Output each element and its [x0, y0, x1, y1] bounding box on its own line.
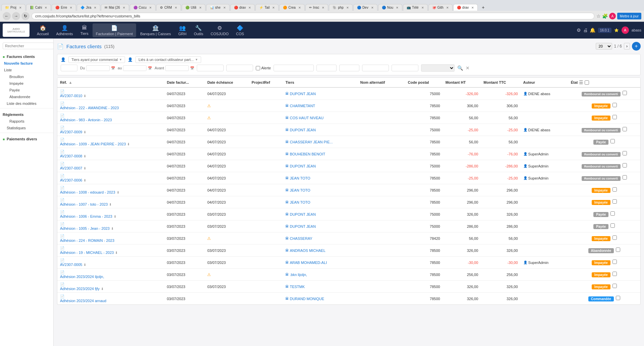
contact-filter-button[interactable]: Liés à un contact utilisateur part... ▼: [135, 56, 201, 63]
tab-util[interactable]: 🟢Utili✕: [182, 4, 206, 11]
row-checkbox[interactable]: [610, 223, 615, 228]
calendar-avant-icon[interactable]: 📅: [190, 66, 194, 70]
ref-link[interactable]: Adhésion 2023/2024 fjfy⬇: [60, 287, 162, 291]
tab-active[interactable]: 🔴drav✕: [453, 4, 478, 11]
nav-adherents[interactable]: 👤 Adhérents: [53, 23, 76, 37]
filter-date-du-input[interactable]: [86, 65, 110, 71]
col-header-ttc[interactable]: Montant TTC: [481, 78, 520, 88]
row-checkbox[interactable]: [612, 272, 617, 276]
ref-link[interactable]: AV2307-0008⬇: [60, 154, 162, 158]
tiers-link[interactable]: 🏛 DURAND MONIQUE: [285, 297, 355, 301]
ref-link[interactable]: Adhésion - 222 - AMANDINE - 2023: [60, 106, 162, 110]
tab-cahi[interactable]: 📗Cahi✕: [26, 4, 51, 11]
nav-outils[interactable]: 🔧 Outils: [190, 23, 207, 37]
ref-link[interactable]: Adhésion - 224 - ROMAIN - 2023: [60, 238, 162, 243]
ref-link[interactable]: Adhésion - 1005 - Jean - 2023⬇: [60, 226, 162, 230]
ref-link[interactable]: Adhésion - 1008 - edouard - 2023⬇: [60, 190, 162, 194]
tiers-link[interactable]: 🏛 JEAN TOTO: [285, 200, 355, 204]
address-bar[interactable]: [32, 13, 594, 19]
col-header-echeance[interactable]: Date échéance: [204, 78, 249, 88]
row-checkbox[interactable]: [612, 199, 617, 204]
filter-date-avant-input[interactable]: [165, 65, 189, 71]
commercial-filter-button[interactable]: Tiers ayant pour commercial ▼: [68, 56, 125, 63]
nav-tiers[interactable]: 🏛 Tiers: [77, 23, 92, 37]
tiers-link[interactable]: 🏛 JEAN TOTO: [285, 176, 355, 180]
sidebar-item-rapports[interactable]: Rapports: [0, 118, 53, 125]
tab-gith[interactable]: 🐙Gith✕: [428, 4, 453, 11]
row-checkbox[interactable]: [623, 127, 627, 131]
settings-icon[interactable]: ⚙: [577, 27, 581, 33]
col-header-auteur[interactable]: Auteur: [521, 78, 568, 88]
tab-tele[interactable]: 📺Télé✕: [403, 4, 427, 11]
ref-link[interactable]: AV2307-0010⬇: [60, 94, 162, 98]
row-checkbox[interactable]: [612, 235, 617, 240]
col-header-ht[interactable]: Montant HT: [443, 78, 481, 88]
tab-mai[interactable]: ✉Mai (26✕: [101, 4, 129, 11]
nav-banques[interactable]: 🏦 Banques | Caisses: [137, 23, 174, 37]
tab-jira[interactable]: 🔷Jira✕: [77, 4, 100, 11]
sidebar-item-brouillon[interactable]: Brouillon: [0, 73, 53, 80]
row-checkbox[interactable]: [623, 151, 627, 155]
nav-grh[interactable]: 👥 GRH: [175, 23, 190, 37]
tab-nou[interactable]: 🔵Nou✕: [378, 4, 402, 11]
next-page-button[interactable]: ›: [624, 43, 630, 50]
nav-facturation[interactable]: 📄 Facturation | Paiement: [93, 23, 136, 37]
ref-link[interactable]: Adhésion - 983 - Antonin - 2023: [60, 118, 162, 122]
sidebar-search-input[interactable]: [3, 43, 54, 49]
ref-link[interactable]: AV2307-0007⬇: [60, 166, 162, 170]
tab-drav1[interactable]: 🔴drav✕: [230, 4, 255, 11]
nav-cos[interactable]: 🔷 COS: [233, 23, 247, 37]
filter-input-6[interactable]: [339, 65, 359, 71]
tiers-link[interactable]: 🏛 DUPONT JEAN: [285, 92, 355, 96]
ref-link[interactable]: Adhésion 2023/2024 arnaud: [60, 299, 162, 303]
forward-button[interactable]: →: [12, 12, 20, 20]
print-icon[interactable]: 🖨: [583, 27, 588, 33]
tiers-link[interactable]: 🏛 TESTMK: [285, 285, 355, 289]
sidebar-item-impayee[interactable]: Impayée: [0, 80, 53, 87]
tiers-link[interactable]: 🏛 CHARMETANT: [285, 104, 355, 108]
tiers-link[interactable]: 🏛 COS HAUT NIVEAU: [285, 116, 355, 120]
ref-link[interactable]: Adhésion - 19 - MICHAEL - 2023⬇: [60, 251, 162, 255]
filter-input-4[interactable]: [274, 65, 314, 71]
filter-input-7[interactable]: [362, 65, 389, 71]
tiers-link[interactable]: 🏛 CHASSERAY: [285, 236, 355, 240]
new-tab-button[interactable]: +: [480, 4, 486, 11]
tab-dev[interactable]: 🔵Dev✕: [353, 4, 377, 11]
tiers-link[interactable]: 🏛 DUPONT JEAN: [285, 128, 355, 132]
tab-crea[interactable]: 🟠Crea✕: [279, 4, 305, 11]
logo[interactable]: JUDO SARTROUVILLE: [3, 23, 30, 37]
ref-link[interactable]: Adhésion - 1007 - toto - 2023⬇: [60, 202, 162, 206]
tab-crm[interactable]: ⚙CRM✕: [156, 4, 181, 11]
filter-state-select[interactable]: [421, 64, 455, 72]
ref-link[interactable]: Adhésion - 1006 - Emma - 2023⬇: [60, 214, 162, 218]
tab-insc[interactable]: ✏Insc✕: [305, 4, 328, 11]
tiers-link[interactable]: 🏛 DUPONT JEAN: [285, 212, 355, 216]
row-checkbox[interactable]: [610, 211, 615, 216]
tiers-link[interactable]: 🏛 DUPONT JEAN: [285, 164, 355, 168]
row-checkbox[interactable]: [610, 139, 615, 143]
sidebar-item-liste-modeles[interactable]: Liste des modèles: [0, 100, 53, 107]
row-checkbox[interactable]: [616, 296, 620, 300]
filter-input-8[interactable]: [392, 65, 418, 71]
ref-link[interactable]: AV2307-0005⬇: [60, 263, 162, 267]
row-checkbox[interactable]: [623, 91, 627, 95]
filter-input-5[interactable]: [316, 65, 337, 71]
row-checkbox[interactable]: [612, 260, 617, 264]
add-facture-button[interactable]: +: [632, 42, 641, 51]
calendar-au-icon[interactable]: 📅: [148, 66, 152, 70]
update-button[interactable]: Mettre à jour: [617, 13, 641, 19]
tiers-link[interactable]: 🏛 .bkn lijoljn,: [285, 273, 355, 277]
sidebar-item-payee[interactable]: Payée: [0, 87, 53, 93]
col-header-tiers[interactable]: Tiers: [283, 78, 357, 88]
ref-link[interactable]: Adhésion 2023/2024 lijoljn,: [60, 275, 162, 279]
row-checkbox[interactable]: [612, 284, 617, 288]
bookmark-button[interactable]: ☆: [596, 13, 601, 19]
tiers-link[interactable]: 🏛 JEAN TOTO: [285, 188, 355, 192]
ref-link[interactable]: AV2307-0006⬇: [60, 178, 162, 182]
col-header-etat[interactable]: État ☰: [568, 78, 640, 88]
ref-link[interactable]: AV2307-0009⬇: [60, 130, 162, 134]
filter-alerte-checkbox[interactable]: [256, 66, 260, 70]
tab-she[interactable]: 📊she✕: [206, 4, 230, 11]
col-header-ref[interactable]: Réf. ▲: [57, 78, 164, 88]
filter-input-3[interactable]: [226, 65, 253, 71]
